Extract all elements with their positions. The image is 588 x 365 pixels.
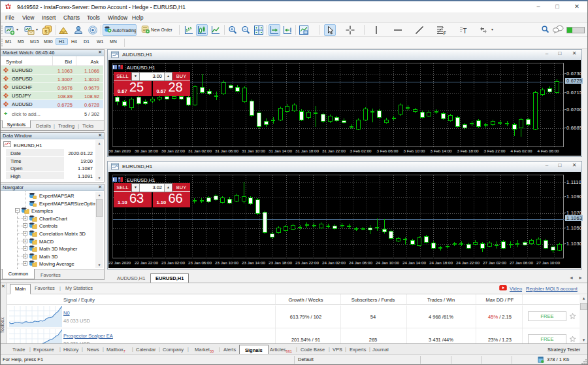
svg-text:F: F xyxy=(444,31,447,35)
svg-text:$: $ xyxy=(44,29,48,35)
svg-text:T: T xyxy=(463,27,466,35)
